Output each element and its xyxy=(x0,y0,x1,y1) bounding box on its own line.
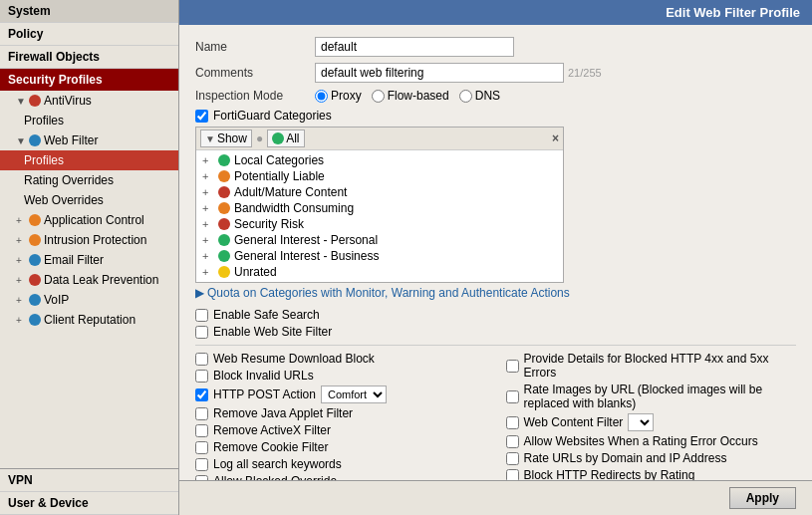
fg-item-general-business[interactable]: + General Interest - Business xyxy=(196,248,563,264)
sidebar-item-dlp[interactable]: + Data Leak Prevention xyxy=(0,270,178,290)
show-icon: ▼ xyxy=(205,133,215,144)
inspection-label: Inspection Mode xyxy=(195,89,315,103)
cookie-checkbox[interactable] xyxy=(195,441,208,454)
http-post-checkbox[interactable] xyxy=(195,388,208,401)
radio-proxy-input[interactable] xyxy=(315,90,328,103)
fg-item-adult[interactable]: + Adult/Mature Content xyxy=(196,184,563,200)
adult-cat-icon xyxy=(218,186,230,198)
block-redirects-label: Block HTTP Redirects by Rating xyxy=(524,468,695,480)
radio-dns[interactable]: DNS xyxy=(459,89,500,103)
tree-toggle-email: + xyxy=(16,255,26,266)
activex-checkbox[interactable] xyxy=(195,424,208,437)
java-applet-checkbox[interactable] xyxy=(195,407,208,420)
provide-details-checkbox[interactable] xyxy=(506,360,519,373)
sidebar-item-vpn[interactable]: VPN xyxy=(0,469,178,492)
fg-close-btn[interactable]: × xyxy=(552,131,559,145)
app-control-icon xyxy=(29,214,41,226)
sidebar-item-firewall-objects[interactable]: Firewall Objects xyxy=(0,46,178,69)
block-invalid-checkbox[interactable] xyxy=(195,370,208,383)
web-site-filter-label: Enable Web Site Filter xyxy=(213,325,332,339)
quota-triangle: ▶ xyxy=(195,286,204,300)
fg-item-general-personal[interactable]: + General Interest - Personal xyxy=(196,232,563,248)
sidebar-item-rating-overrides[interactable]: Rating Overrides xyxy=(0,170,178,190)
sidebar-item-antivirus-profiles[interactable]: Profiles xyxy=(0,111,178,130)
web-resume-checkbox[interactable] xyxy=(195,353,208,366)
block-redirects-checkbox[interactable] xyxy=(506,469,519,481)
radio-flow-input[interactable] xyxy=(372,90,385,103)
radio-proxy[interactable]: Proxy xyxy=(315,89,362,103)
sidebar-item-client-rep[interactable]: + Client Reputation xyxy=(0,310,178,330)
fg-show-btn[interactable]: ▼ Show xyxy=(200,129,252,147)
block-invalid-row: Block Invalid URLs xyxy=(195,369,486,383)
log-search-row: Log all search keywords xyxy=(195,457,486,471)
fortiguard-checkbox[interactable] xyxy=(195,110,208,123)
web-content-checkbox[interactable] xyxy=(506,416,519,429)
webfilter-label: Web Filter xyxy=(44,133,98,147)
sidebar-item-policy[interactable]: Policy xyxy=(0,23,178,46)
fortiguard-header: FortiGuard Categories xyxy=(195,109,796,123)
rate-urls-row: Rate URLs by Domain and IP Address xyxy=(506,451,797,465)
fg-item-local[interactable]: + Local Categories xyxy=(196,152,563,168)
radio-flow[interactable]: Flow-based xyxy=(372,89,449,103)
fg-all-btn[interactable]: All xyxy=(267,129,304,147)
tree-toggle-client-rep: + xyxy=(16,315,26,326)
allow-rating-error-checkbox[interactable] xyxy=(506,435,519,448)
divider xyxy=(195,345,796,346)
log-search-checkbox[interactable] xyxy=(195,458,208,471)
web-resume-row: Web Resume Download Block xyxy=(195,352,486,366)
web-content-select[interactable] xyxy=(628,413,654,431)
show-label: Show xyxy=(217,131,247,145)
safe-search-checkbox[interactable] xyxy=(195,309,208,322)
comments-input[interactable] xyxy=(315,63,564,83)
apply-button[interactable]: Apply xyxy=(729,487,796,509)
web-content-row: Web Content Filter xyxy=(506,413,797,431)
comments-row: Comments 21/255 xyxy=(195,63,796,83)
http-post-select[interactable]: Comfort Block Allow xyxy=(321,386,387,403)
options-grid: Web Resume Download Block Block Invalid … xyxy=(195,352,796,480)
rate-urls-checkbox[interactable] xyxy=(506,452,519,465)
fg-item-liable[interactable]: + Potentially Liable xyxy=(196,168,563,184)
sidebar-item-app-control[interactable]: + Application Control xyxy=(0,210,178,230)
inspection-row: Inspection Mode Proxy Flow-based DNS xyxy=(195,89,796,103)
tree-toggle-antivirus: ▼ xyxy=(16,96,26,107)
antivirus-icon xyxy=(29,95,41,107)
expand-bandwidth-icon: + xyxy=(202,202,214,214)
web-site-filter-checkbox[interactable] xyxy=(195,326,208,339)
provide-details-label: Provide Details for Blocked HTTP 4xx and… xyxy=(524,352,797,380)
block-redirects-row: Block HTTP Redirects by Rating xyxy=(506,468,797,480)
sidebar-item-web-overrides[interactable]: Web Overrides xyxy=(0,190,178,210)
fg-item-security[interactable]: + Security Risk xyxy=(196,216,563,232)
expand-adult-icon: + xyxy=(202,186,214,198)
rate-images-row: Rate Images by URL (Blocked images will … xyxy=(506,383,797,410)
inspection-radio-group: Proxy Flow-based DNS xyxy=(315,89,500,103)
sidebar-item-user-device[interactable]: User & Device xyxy=(0,492,178,515)
sidebar-item-voip[interactable]: + VoIP xyxy=(0,290,178,310)
radio-dns-input[interactable] xyxy=(459,90,472,103)
web-site-filter-row: Enable Web Site Filter xyxy=(195,325,796,339)
tree-toggle-webfilter: ▼ xyxy=(16,135,26,146)
sidebar-item-email-filter[interactable]: + Email Filter xyxy=(0,250,178,270)
all-icon xyxy=(272,132,284,144)
rate-images-checkbox[interactable] xyxy=(506,390,519,403)
sidebar-item-antivirus[interactable]: ▼ AntiVirus xyxy=(0,91,178,111)
expand-gen-business-icon: + xyxy=(202,250,214,262)
antivirus-label: AntiVirus xyxy=(44,94,92,108)
fg-item-unrated[interactable]: + Unrated xyxy=(196,264,563,280)
name-input[interactable] xyxy=(315,37,514,57)
sidebar-item-system[interactable]: System xyxy=(0,0,178,23)
sidebar-item-webfilter-profiles[interactable]: Profiles xyxy=(0,150,178,170)
tree-toggle-dlp: + xyxy=(16,275,26,286)
intrusion-icon xyxy=(29,234,41,246)
gen-business-cat-icon xyxy=(218,250,230,262)
sidebar-item-webfilter[interactable]: ▼ Web Filter xyxy=(0,130,178,150)
app-control-label: Application Control xyxy=(44,213,144,227)
quota-link[interactable]: ▶ Quota on Categories with Monitor, Warn… xyxy=(195,286,796,300)
activex-label: Remove ActiveX Filter xyxy=(213,423,331,437)
adult-cat-label: Adult/Mature Content xyxy=(234,185,347,199)
sidebar-item-intrusion[interactable]: + Intrusion Protection xyxy=(0,230,178,250)
rate-images-label: Rate Images by URL (Blocked images will … xyxy=(524,383,797,410)
unrated-cat-label: Unrated xyxy=(234,265,277,279)
fg-item-bandwidth[interactable]: + Bandwidth Consuming xyxy=(196,200,563,216)
liable-cat-icon xyxy=(218,170,230,182)
radio-dns-label: DNS xyxy=(475,89,500,103)
